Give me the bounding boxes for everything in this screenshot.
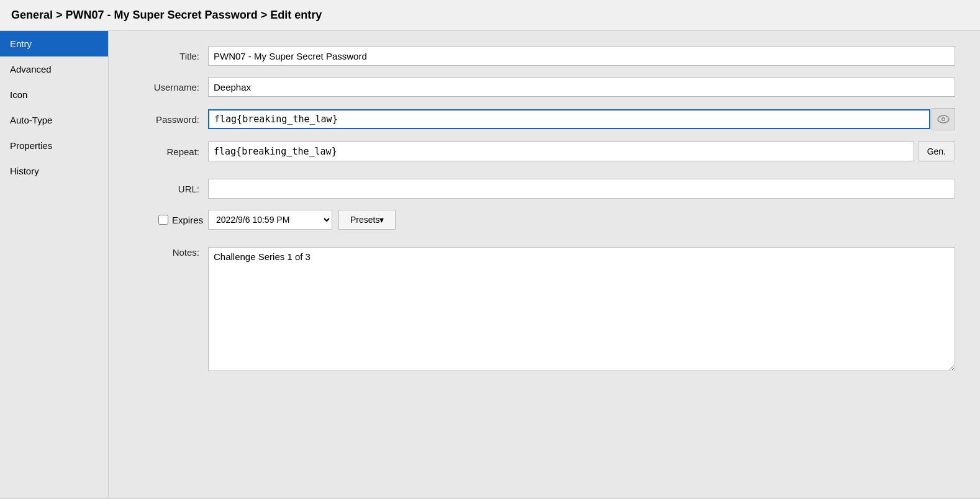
- notes-textarea[interactable]: [208, 247, 955, 371]
- notes-row: Notes:: [134, 247, 955, 371]
- password-input[interactable]: [208, 109, 930, 129]
- username-row: Username:: [134, 77, 955, 97]
- sidebar-item-entry[interactable]: Entry: [0, 31, 108, 56]
- expires-content: 2022/9/6 10:59 PM Presets▾: [208, 210, 396, 230]
- title-input[interactable]: [208, 46, 955, 66]
- sidebar-item-icon[interactable]: Icon: [0, 82, 108, 107]
- expires-checkbox[interactable]: [158, 215, 168, 225]
- expires-checkbox-wrap: Expires: [134, 215, 208, 225]
- url-label: URL:: [134, 184, 208, 194]
- entry-form: Title: Username: Password:: [109, 31, 980, 498]
- page-title: General > PWN07 - My Super Secret Passwo…: [11, 9, 322, 21]
- password-label: Password:: [134, 114, 208, 125]
- presets-button[interactable]: Presets▾: [338, 210, 396, 230]
- expires-date-select[interactable]: 2022/9/6 10:59 PM: [208, 210, 332, 230]
- repeat-input[interactable]: [208, 142, 914, 161]
- url-input[interactable]: [208, 179, 955, 199]
- password-row: Password:: [134, 108, 955, 130]
- sidebar: Entry Advanced Icon Auto-Type Properties…: [0, 31, 109, 498]
- eye-icon: [937, 115, 950, 124]
- expires-label: Expires: [172, 215, 203, 225]
- sidebar-item-history[interactable]: History: [0, 158, 108, 184]
- title-label: Title:: [134, 51, 208, 61]
- username-input[interactable]: [208, 77, 955, 97]
- title-row: Title:: [134, 46, 955, 66]
- url-row: URL:: [134, 179, 955, 199]
- username-label: Username:: [134, 82, 208, 92]
- svg-point-2: [943, 119, 945, 120]
- toggle-password-button[interactable]: [932, 108, 955, 130]
- expires-row: Expires 2022/9/6 10:59 PM Presets▾: [134, 210, 955, 230]
- gen-button[interactable]: Gen.: [918, 142, 955, 161]
- notes-label: Notes:: [134, 247, 208, 258]
- sidebar-item-properties[interactable]: Properties: [0, 133, 108, 158]
- sidebar-item-advanced[interactable]: Advanced: [0, 56, 108, 82]
- repeat-row: Repeat: Gen.: [134, 142, 955, 161]
- sidebar-item-auto-type[interactable]: Auto-Type: [0, 107, 108, 133]
- repeat-label: Repeat:: [134, 146, 208, 157]
